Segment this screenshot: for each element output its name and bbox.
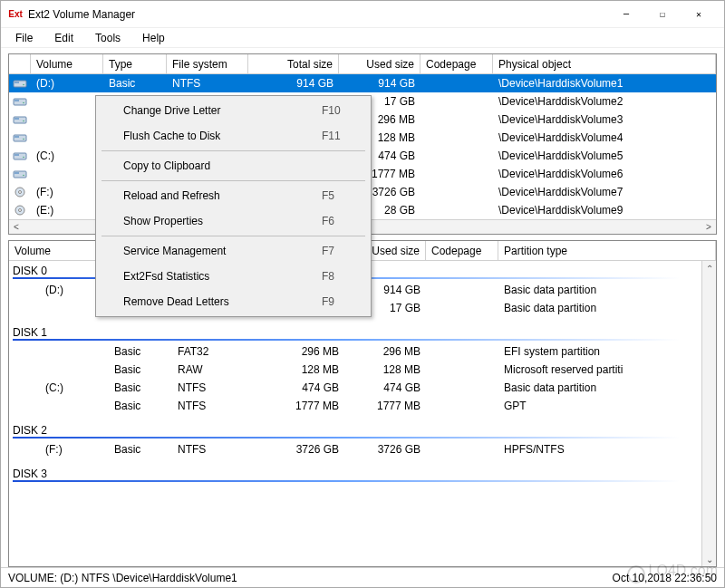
col-filesystem[interactable]: File system (167, 54, 248, 73)
cell-codepage (420, 100, 493, 103)
cell-codepage (420, 154, 493, 158)
cell-object: \Device\HarddiskVolume2 (493, 93, 716, 110)
context-menu-separator (102, 180, 365, 181)
cell-object: \Device\HarddiskVolume3 (493, 111, 716, 128)
maximize-button[interactable]: ☐ (644, 2, 681, 27)
context-item-label: Copy to Clipboard (123, 159, 322, 172)
cell-volume: (F:) (31, 184, 103, 200)
context-menu-item[interactable]: Remove Dead LettersF9 (98, 289, 369, 314)
drive-icon (9, 96, 31, 107)
window-title: Ext2 Volume Manager (28, 8, 608, 21)
cell-fs: NTFS (167, 75, 248, 92)
menubar: File Edit Tools Help (1, 28, 724, 48)
menu-tools[interactable]: Tools (84, 28, 131, 47)
context-item-label: Flush Cache to Disk (123, 130, 322, 142)
partition-row[interactable]: BasicRAW128 MB128 MBMicrosoft reserved p… (9, 361, 701, 379)
cell-volume: (C:) (31, 148, 103, 164)
volume-list-header: Volume Type File system Total size Used … (9, 54, 716, 74)
svg-point-17 (23, 175, 24, 177)
scroll-left-icon[interactable]: < (9, 220, 24, 235)
col-used-size[interactable]: Used size (339, 54, 420, 73)
cell-total: 3726 GB (254, 441, 344, 458)
cell-type: Basic (103, 75, 167, 92)
col-total-size[interactable]: Total size (248, 54, 339, 73)
download-icon: ↓ (627, 565, 645, 583)
cell-volume (9, 306, 109, 310)
menu-edit[interactable]: Edit (44, 28, 84, 47)
svg-point-8 (23, 120, 24, 122)
disk-header[interactable]: DISK 3 (9, 464, 701, 484)
cell-object: \Device\HarddiskVolume6 (493, 166, 716, 182)
col-codepage[interactable]: Codepage (420, 54, 493, 73)
col-volume[interactable]: Volume (31, 54, 103, 73)
partition-row[interactable]: BasicNTFS1777 MB1777 MBGPT (9, 397, 701, 415)
context-item-accel: F9 (322, 295, 358, 308)
status-left: VOLUME: (D:) NTFS \Device\HarddiskVolume… (8, 572, 613, 584)
context-item-accel: F10 (322, 104, 358, 117)
cell-volume: (E:) (31, 202, 103, 218)
col-physical-object[interactable]: Physical object (493, 54, 716, 73)
cell-used: 3726 GB (344, 441, 426, 458)
menu-help[interactable]: Help (131, 28, 176, 47)
context-menu-item[interactable]: Ext2Fsd StatisticsF8 (98, 264, 369, 289)
close-button[interactable]: ✕ (681, 2, 717, 27)
cell-used: 1777 MB (344, 398, 426, 414)
context-menu-item[interactable]: Show PropertiesF6 (98, 208, 369, 234)
cell-volume (9, 404, 109, 408)
cell-codepage (426, 368, 498, 371)
context-item-accel: F8 (322, 270, 358, 283)
volume-row[interactable]: (D:)BasicNTFS914 GB914 GB\Device\Harddis… (9, 74, 716, 92)
cell-codepage (420, 172, 493, 176)
cell-codepage (426, 350, 498, 353)
context-menu-item[interactable]: Service ManagementF7 (98, 238, 369, 264)
cell-fs: NTFS (172, 398, 254, 414)
disk-header[interactable]: DISK 1 (9, 323, 701, 342)
context-menu[interactable]: Change Drive LetterF10Flush Cache to Dis… (95, 95, 372, 317)
context-menu-item[interactable]: Change Drive LetterF10 (98, 98, 369, 123)
cell-codepage (420, 136, 493, 140)
partition-row[interactable]: (C:)BasicNTFS474 GB474 GBBasic data part… (9, 379, 701, 397)
context-item-accel: F11 (322, 130, 358, 142)
context-menu-item[interactable]: Copy to Clipboard (98, 153, 369, 178)
partition-row[interactable]: BasicFAT32296 MB296 MBEFI system partiti… (9, 342, 701, 361)
cell-volume (31, 118, 103, 121)
col2-partition-type[interactable]: Partition type (498, 241, 716, 260)
svg-point-19 (19, 191, 22, 194)
cell-used: 296 MB (344, 343, 426, 360)
cell-type: Basic (109, 441, 172, 458)
cell-volume: (F:) (9, 441, 109, 458)
cell-codepage (420, 118, 493, 121)
cell-used: 474 GB (344, 380, 426, 396)
cell-type: Basic (109, 361, 172, 378)
statusbar: VOLUME: (D:) NTFS \Device\HarddiskVolume… (1, 567, 724, 587)
drive-icon (9, 78, 31, 89)
cell-object: \Device\HarddiskVolume1 (493, 75, 716, 92)
partition-row[interactable]: (F:)BasicNTFS3726 GB3726 GBHPFS/NTFS (9, 440, 701, 458)
scroll-right-icon[interactable]: > (701, 220, 716, 235)
context-item-label: Ext2Fsd Statistics (123, 270, 322, 283)
minimize-button[interactable]: ─ (608, 2, 644, 27)
cell-partition: Microsoft reserved partiti (498, 361, 701, 378)
disk-header[interactable]: DISK 2 (9, 420, 701, 440)
context-menu-item[interactable]: Reload and RefreshF5 (98, 183, 369, 208)
context-menu-separator (102, 150, 365, 151)
cell-volume (31, 100, 103, 103)
context-menu-separator (102, 236, 365, 236)
col2-codepage[interactable]: Codepage (426, 241, 498, 260)
svg-rect-4 (14, 100, 19, 101)
svg-point-11 (23, 139, 24, 140)
svg-point-2 (23, 84, 24, 86)
menu-file[interactable]: File (5, 28, 44, 47)
context-item-label: Show Properties (123, 215, 322, 227)
col2-volume[interactable]: Volume (9, 241, 109, 260)
vscrollbar-bottom[interactable]: ⌃ ⌄ (701, 261, 716, 566)
scroll-up-icon[interactable]: ⌃ (702, 261, 716, 275)
svg-rect-13 (14, 154, 19, 156)
context-item-accel: F5 (322, 189, 358, 202)
context-menu-item[interactable]: Flush Cache to DiskF11 (98, 123, 369, 149)
cell-object: \Device\HarddiskVolume7 (493, 184, 716, 200)
cell-object: \Device\HarddiskVolume9 (493, 202, 716, 218)
col-type[interactable]: Type (103, 54, 167, 73)
drive-icon (9, 132, 31, 143)
col-icon[interactable] (9, 54, 31, 73)
